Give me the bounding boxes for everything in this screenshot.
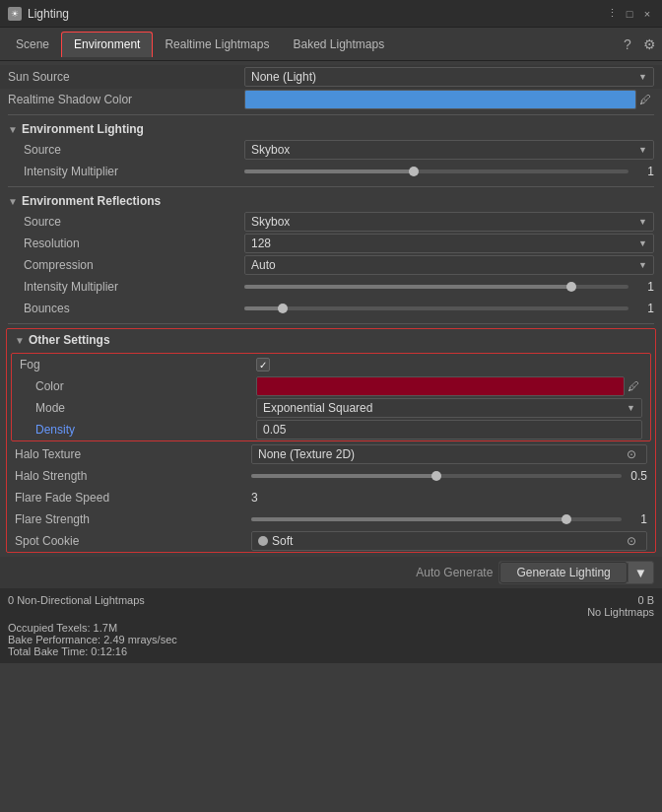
flare-strength-fill <box>251 517 566 521</box>
spot-cookie-dropdown[interactable]: Soft ⊙ <box>251 531 647 551</box>
env-reflect-compression-text: Auto <box>251 258 638 272</box>
env-reflect-intensity-thumb[interactable] <box>566 282 576 292</box>
env-reflect-intensity-track[interactable] <box>244 285 629 289</box>
halo-strength-track[interactable] <box>251 474 622 478</box>
env-reflect-resolution-arrow: ▼ <box>638 238 647 248</box>
fog-section: Fog ✓ Color 🖊 Mode Exponential Squared <box>11 353 651 441</box>
env-reflect-bounces-track[interactable] <box>244 306 629 310</box>
env-lighting-intensity-row: Intensity Multiplier 1 <box>0 161 662 182</box>
env-reflect-intensity-label: Intensity Multiplier <box>8 280 244 294</box>
bottom-buttons-bar: Auto Generate Generate Lighting ▼ <box>0 557 662 588</box>
halo-texture-label: Halo Texture <box>15 447 251 461</box>
lightmaps-stat: 0 Non-Directional Lightmaps <box>8 594 145 606</box>
halo-texture-value: None (Texture 2D) ⊙ <box>251 444 647 464</box>
env-reflect-compression-dropdown[interactable]: Auto ▼ <box>244 255 654 275</box>
stats-details: Occupied Texels: 1.7M Bake Performance: … <box>8 622 654 657</box>
bake-performance-stat: Bake Performance: 2.49 mrays/sec <box>8 634 654 645</box>
env-reflect-resolution-row: Resolution 128 ▼ <box>0 233 662 254</box>
env-lighting-intensity-track[interactable] <box>244 169 629 173</box>
realtime-shadow-color-value: 🖊 <box>244 90 654 109</box>
fog-eyedropper-icon[interactable]: 🖊 <box>625 377 642 395</box>
sun-source-value: None (Light) ▼ <box>244 67 654 87</box>
tab-scene[interactable]: Scene <box>4 32 61 57</box>
sun-source-arrow: ▼ <box>638 72 647 82</box>
spot-cookie-reset[interactable]: ⊙ <box>623 532 640 550</box>
env-lighting-intensity-val: 1 <box>634 165 654 178</box>
realtime-shadow-color-label: Realtime Shadow Color <box>8 93 244 106</box>
environment-lighting-header: ▼ Environment Lighting <box>0 119 662 139</box>
env-reflect-intensity-val: 1 <box>634 280 654 294</box>
flare-fade-speed-row: Flare Fade Speed 3 <box>7 487 655 508</box>
generate-lighting-dropdown-button[interactable]: ▼ <box>629 563 653 583</box>
fog-color-field[interactable] <box>256 376 625 396</box>
env-lighting-source-dropdown[interactable]: Skybox ▼ <box>244 140 654 160</box>
divider-1 <box>8 114 654 115</box>
title-bar: ☀ Lighting ⋮ □ × <box>0 0 662 28</box>
help-button[interactable]: ? <box>619 35 636 53</box>
halo-strength-label: Halo Strength <box>15 469 251 483</box>
tab-environment[interactable]: Environment <box>61 32 153 57</box>
title-controls: ⋮ □ × <box>605 7 654 21</box>
halo-strength-value: 0.5 <box>251 469 647 483</box>
flare-strength-slider: 1 <box>251 512 647 526</box>
generate-lighting-container: Generate Lighting ▼ <box>498 561 654 584</box>
env-reflect-resolution-dropdown[interactable]: 128 ▼ <box>244 234 654 253</box>
flare-strength-thumb[interactable] <box>562 514 571 524</box>
sun-source-dropdown[interactable]: None (Light) ▼ <box>244 67 654 87</box>
halo-texture-reset[interactable]: ⊙ <box>623 445 640 463</box>
env-reflect-bounces-thumb[interactable] <box>278 304 288 313</box>
content-area: Sun Source None (Light) ▼ Realtime Shado… <box>0 61 662 812</box>
realtime-shadow-color-field[interactable] <box>244 90 636 109</box>
env-reflect-compression-row: Compression Auto ▼ <box>0 254 662 276</box>
fog-density-input[interactable] <box>256 420 642 440</box>
fog-color-label: Color <box>20 379 256 393</box>
flare-strength-value: 1 <box>251 512 647 526</box>
generate-lighting-button[interactable]: Generate Lighting <box>499 562 627 583</box>
flare-strength-track[interactable] <box>251 517 622 521</box>
close-button[interactable]: × <box>640 7 654 21</box>
maximize-button[interactable]: □ <box>623 7 636 21</box>
halo-texture-row: Halo Texture None (Texture 2D) ⊙ <box>7 443 655 465</box>
env-reflect-bounces-row: Bounces 1 <box>0 298 662 319</box>
fog-mode-row: Mode Exponential Squared ▼ <box>12 397 650 419</box>
tab-realtime-lightmaps[interactable]: Realtime Lightmaps <box>153 32 281 57</box>
fog-label: Fog <box>20 358 256 372</box>
env-reflect-source-dropdown[interactable]: Skybox ▼ <box>244 212 654 232</box>
env-reflect-bounces-slider: 1 <box>244 302 654 315</box>
tab-bar-right: ? ⚙ <box>619 35 658 53</box>
window-icon: ☀ <box>8 7 22 21</box>
flare-fade-speed-label: Flare Fade Speed <box>15 491 251 505</box>
fog-checkbox[interactable]: ✓ <box>256 358 270 372</box>
spot-cookie-value: Soft ⊙ <box>251 531 647 551</box>
eyedropper-icon[interactable]: 🖊 <box>636 91 654 108</box>
env-lighting-source-text: Skybox <box>251 143 638 157</box>
menu-button[interactable]: ⋮ <box>605 7 619 21</box>
env-reflect-resolution-value: 128 ▼ <box>244 234 654 253</box>
halo-strength-thumb[interactable] <box>431 471 441 481</box>
flare-fade-speed-value: 3 <box>251 491 647 505</box>
tab-baked-lightmaps[interactable]: Baked Lightmaps <box>281 32 396 57</box>
env-lighting-intensity-slider: 1 <box>244 165 654 178</box>
divider-2 <box>8 186 654 187</box>
sun-source-row: Sun Source None (Light) ▼ <box>0 65 662 89</box>
env-reflect-intensity-slider: 1 <box>244 280 654 294</box>
env-reflect-compression-arrow: ▼ <box>638 260 647 270</box>
halo-strength-slider: 0.5 <box>251 469 647 483</box>
env-lighting-intensity-thumb[interactable] <box>409 167 419 176</box>
env-reflect-bounces-val: 1 <box>634 302 654 315</box>
fog-mode-dropdown[interactable]: Exponential Squared ▼ <box>256 398 642 418</box>
window-title: Lighting <box>28 7 605 21</box>
flare-strength-val: 1 <box>628 512 647 526</box>
env-lighting-source-label: Source <box>8 143 244 157</box>
env-lighting-source-arrow: ▼ <box>638 145 647 155</box>
env-reflect-source-arrow: ▼ <box>638 217 647 227</box>
env-lighting-intensity-fill <box>244 169 414 173</box>
env-lighting-intensity-label: Intensity Multiplier <box>8 165 244 178</box>
halo-texture-dropdown[interactable]: None (Texture 2D) ⊙ <box>251 444 647 464</box>
flare-strength-row: Flare Strength 1 <box>7 508 655 530</box>
other-settings-container: ▼ Other Settings Fog ✓ Color 🖊 <box>6 328 656 553</box>
no-lightmaps-stat: No Lightmaps <box>587 606 654 618</box>
env-reflect-compression-label: Compression <box>8 258 244 272</box>
settings-button[interactable]: ⚙ <box>640 35 658 53</box>
fog-row: Fog ✓ <box>12 354 650 375</box>
